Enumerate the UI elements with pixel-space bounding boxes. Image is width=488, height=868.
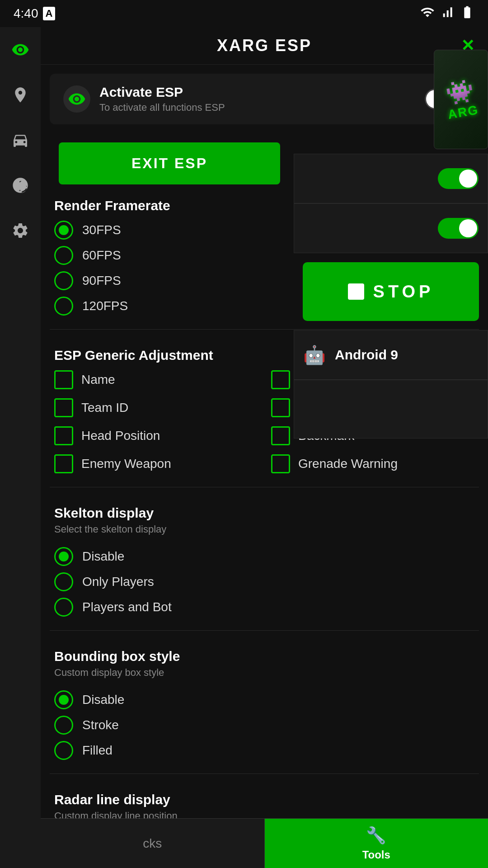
checkbox-health [271, 370, 290, 389]
skelton-subtitle: Select the skelton display [54, 524, 474, 535]
radar-line-title: Radar line display [54, 792, 474, 807]
skelton-title: Skelton display [54, 505, 474, 521]
status-icon-a: A [43, 7, 56, 20]
bounding-box-title: Bounding box style [54, 649, 474, 664]
radio-bbox-filled [54, 741, 73, 760]
stop-button[interactable]: STOP [303, 262, 479, 321]
skelton-disable-label: Disable [82, 549, 124, 564]
battery-icon [460, 5, 474, 23]
esp-teamid-label: Team ID [81, 401, 128, 415]
status-time: 4:40 [14, 6, 38, 21]
status-bar: 4:40 A [0, 0, 488, 27]
bounding-box-section: Bounding box style Custom display box st… [41, 635, 488, 769]
exit-esp-button[interactable]: EXIT ESP [59, 142, 280, 184]
divider-2 [50, 487, 479, 487]
stop-icon [348, 283, 364, 300]
sidebar-item-settings[interactable] [7, 217, 34, 244]
wifi-icon [420, 5, 435, 23]
checkbox-headposition [54, 426, 73, 445]
toolbar-left-button[interactable]: cks [41, 819, 265, 868]
skelton-onlyplayers[interactable]: Only Players [54, 572, 474, 591]
app-header: XARG ESP ✕ [41, 27, 488, 65]
esp-name-label: Name [81, 373, 115, 387]
radio-30fps [54, 221, 73, 240]
divider-4 [50, 774, 479, 774]
checkbox-teamid [54, 398, 73, 417]
tools-icon: 🔧 [366, 826, 386, 845]
sidebar-item-eye[interactable] [7, 36, 34, 63]
activate-esp-card: Activate ESP To activate all functions E… [50, 74, 479, 124]
skelton-playersandbot[interactable]: Players and Bot [54, 598, 474, 617]
right-toggle-1[interactable] [438, 168, 479, 189]
right-panel: STOP 🤖 Android 9 [294, 154, 488, 439]
activate-esp-title: Activate ESP [99, 85, 416, 100]
bbox-disable[interactable]: Disable [54, 690, 474, 709]
sidebar-item-location[interactable] [7, 81, 34, 108]
sidebar-item-vehicle[interactable] [7, 127, 34, 154]
esp-headposition-option[interactable]: Head Position [54, 426, 258, 445]
esp-grenadewarning-label: Grenade Warning [298, 457, 398, 471]
right-card-1 [294, 154, 488, 203]
esp-grenadewarning-option[interactable]: Grenade Warning [271, 454, 474, 473]
signal-icon [440, 5, 455, 23]
esp-enemyweapon-label: Enemy Weapon [81, 457, 171, 471]
tools-label: Tools [362, 849, 390, 861]
main-layout: XARG ESP ✕ 👾 ARG Activate ESP To activat… [0, 27, 488, 868]
activate-esp-subtitle: To activate all functions ESP [99, 102, 416, 113]
radio-120fps [54, 297, 73, 316]
skelton-onlyplayers-label: Only Players [82, 575, 154, 589]
esp-name-option[interactable]: Name [54, 370, 258, 389]
framerate-90fps-label: 90FPS [82, 274, 121, 288]
toolbar-left-label: cks [143, 836, 162, 851]
esp-teamid-option[interactable]: Team ID [54, 398, 258, 417]
framerate-120fps-label: 120FPS [82, 299, 128, 313]
right-card-2 [294, 203, 488, 253]
bbox-stroke-label: Stroke [82, 718, 119, 732]
content-area: XARG ESP ✕ 👾 ARG Activate ESP To activat… [41, 27, 488, 868]
app-title: XARG ESP [217, 36, 312, 55]
radio-bbox-stroke [54, 716, 73, 735]
esp-headposition-label: Head Position [81, 429, 160, 443]
bbox-filled[interactable]: Filled [54, 741, 474, 760]
character-image: 👾 ARG [434, 50, 488, 149]
framerate-60fps-label: 60FPS [82, 248, 121, 263]
android-version-card: 🤖 Android 9 [294, 330, 488, 380]
framerate-30fps-label: 30FPS [82, 223, 121, 237]
skelton-disable[interactable]: Disable [54, 547, 474, 566]
android-version-label: Android 9 [335, 347, 398, 363]
checkbox-distance [271, 398, 290, 417]
skelton-playersandbot-label: Players and Bot [82, 600, 172, 614]
android-icon: 🤖 [303, 344, 326, 366]
radio-skelton-playersandbot [54, 598, 73, 617]
bbox-stroke[interactable]: Stroke [54, 716, 474, 735]
radio-60fps [54, 246, 73, 265]
sidebar [0, 27, 41, 868]
status-icons [420, 5, 474, 23]
toolbar-tools-button[interactable]: 🔧 Tools [265, 819, 488, 868]
bbox-disable-label: Disable [82, 693, 124, 707]
checkbox-backmark [271, 426, 290, 445]
radio-skelton-disable [54, 547, 73, 566]
checkbox-enemyweapon [54, 454, 73, 473]
bottom-toolbar: cks 🔧 Tools [41, 818, 488, 868]
right-toggle-2[interactable] [438, 218, 479, 239]
radio-bbox-disable [54, 690, 73, 709]
bounding-box-subtitle: Custom display box style [54, 667, 474, 679]
radio-90fps [54, 271, 73, 290]
sidebar-item-target[interactable] [7, 172, 34, 199]
bounding-box-radio-group: Disable Stroke Filled [54, 686, 474, 764]
skelton-display-section: Skelton display Select the skelton displ… [41, 492, 488, 626]
radio-skelton-onlyplayers [54, 572, 73, 591]
right-card-3 [294, 380, 488, 439]
bbox-filled-label: Filled [82, 743, 113, 758]
checkbox-name [54, 370, 73, 389]
divider-3 [50, 630, 479, 631]
activate-icon [63, 85, 90, 113]
stop-label: STOP [373, 282, 434, 302]
esp-enemyweapon-option[interactable]: Enemy Weapon [54, 454, 258, 473]
skelton-radio-group: Disable Only Players Players and Bot [54, 542, 474, 621]
checkbox-grenadewarning [271, 454, 290, 473]
